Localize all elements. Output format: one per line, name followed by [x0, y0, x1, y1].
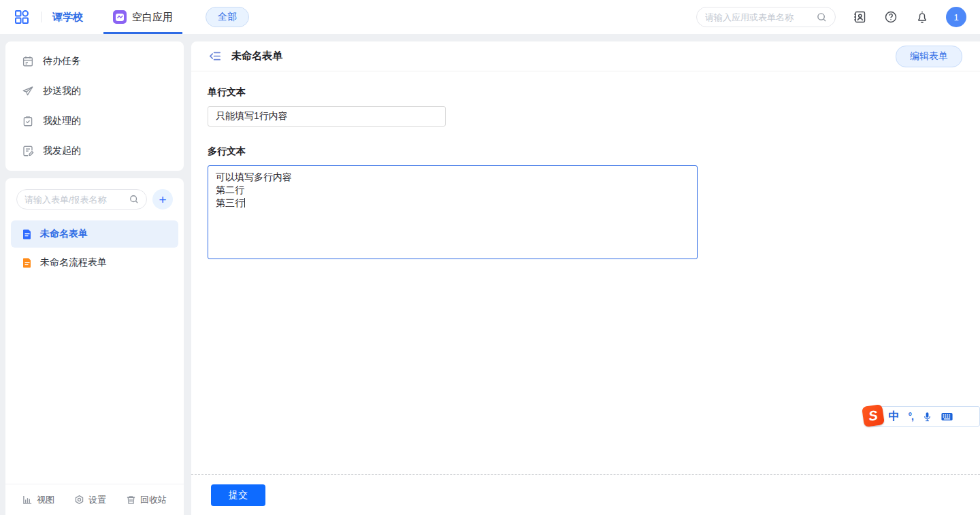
forms-card: + 未命名表单 未命名流程表单	[5, 178, 184, 515]
gear-icon	[74, 495, 84, 505]
flow-form-doc-icon	[22, 257, 33, 268]
topbar: 谭学校 空白应用 全部	[0, 0, 980, 34]
single-line-field-label: 单行文本	[208, 86, 964, 99]
settings-button[interactable]: 设置	[74, 494, 106, 506]
form-search-input[interactable]	[24, 195, 125, 205]
search-icon	[129, 195, 139, 204]
contacts-icon[interactable]	[852, 10, 867, 24]
sidebar-item-label: 待办任务	[43, 55, 81, 67]
form-body: 单行文本 多行文本 可以填写多行内容 第二行 第三行 S 中 °,	[191, 71, 980, 474]
main-header: 未命名表单 编辑表单	[191, 41, 980, 71]
submit-area: 提交	[191, 474, 980, 515]
multi-line-textarea[interactable]: 可以填写多行内容 第二行 第三行	[208, 165, 698, 259]
form-doc-icon	[22, 229, 33, 239]
search-icon	[817, 12, 827, 22]
edit-doc-icon	[22, 145, 34, 157]
clipboard-check-icon	[22, 115, 34, 127]
ime-chinese-mode-toggle[interactable]: 中	[889, 410, 900, 424]
views-button[interactable]: 视图	[22, 494, 54, 506]
send-icon	[22, 85, 34, 97]
sidebar-item-handled-by-me[interactable]: 我处理的	[5, 106, 184, 136]
page-title: 未命名表单	[231, 50, 282, 63]
notifications-bell-icon[interactable]	[915, 10, 930, 24]
multi-line-text-value: 可以填写多行内容 第二行 第三行	[216, 171, 292, 208]
views-label: 视图	[37, 494, 54, 506]
calendar-icon	[22, 55, 34, 67]
submit-button[interactable]: 提交	[211, 484, 265, 506]
sidebar-item-label: 抄送我的	[43, 85, 81, 97]
ime-toolbox-icon[interactable]	[962, 411, 973, 422]
sidebar-item-started-by-me[interactable]: 我发起的	[5, 136, 184, 166]
trash-icon	[126, 495, 136, 505]
sidebar-item-cc-to-me[interactable]: 抄送我的	[5, 76, 184, 106]
active-tab-underline	[103, 32, 182, 34]
filter-all-pill[interactable]: 全部	[206, 7, 249, 27]
ime-microphone-icon[interactable]	[922, 412, 932, 422]
sogou-ime-logo-icon[interactable]: S	[862, 404, 885, 427]
recycle-bin-button[interactable]: 回收站	[126, 494, 167, 506]
multi-line-field-label: 多行文本	[208, 146, 964, 158]
sidebar-item-todo-tasks[interactable]: 待办任务	[5, 46, 184, 76]
form-search[interactable]	[16, 189, 147, 210]
avatar[interactable]: 1	[946, 7, 966, 27]
main-panel: 未命名表单 编辑表单 单行文本 多行文本 可以填写多行内容 第二行 第三行 S …	[191, 41, 980, 515]
task-nav-card: 待办任务 抄送我的 我处理的	[5, 41, 184, 171]
ime-keyboard-icon[interactable]	[941, 412, 953, 421]
form-search-row: +	[5, 189, 184, 210]
ime-punctuation-toggle[interactable]: °,	[909, 411, 914, 422]
ime-toolbar: S 中 °,	[865, 406, 980, 427]
divider	[41, 12, 42, 22]
form-item-untitled-flow-form[interactable]: 未命名流程表单	[11, 249, 178, 276]
edit-form-button[interactable]: 编辑表单	[896, 46, 962, 67]
sidebar: 待办任务 抄送我的 我处理的	[5, 41, 184, 515]
sidebar-item-label: 我处理的	[43, 115, 81, 127]
global-search[interactable]	[696, 7, 836, 27]
topbar-right: 1	[696, 7, 966, 27]
apps-grid-icon[interactable]	[14, 9, 30, 25]
collapse-sidebar-icon[interactable]	[209, 50, 222, 63]
add-form-button[interactable]: +	[152, 189, 173, 210]
form-item-untitled-form[interactable]: 未命名表单	[11, 220, 178, 248]
sidebar-item-label: 我发起的	[43, 145, 81, 157]
form-item-label: 未命名表单	[40, 228, 88, 240]
help-icon[interactable]	[883, 10, 898, 24]
sidebar-footer: 视图 设置 回收站	[5, 484, 184, 515]
workspace-name[interactable]: 谭学校	[52, 11, 83, 24]
single-line-text-input[interactable]	[208, 106, 446, 127]
bar-chart-icon	[22, 495, 33, 505]
tab-blank-app[interactable]: 空白应用	[113, 0, 173, 34]
global-search-input[interactable]	[705, 12, 811, 22]
app-icon	[113, 10, 127, 24]
settings-label: 设置	[88, 494, 106, 506]
form-item-label: 未命名流程表单	[40, 256, 107, 269]
form-list: 未命名表单 未命名流程表单	[5, 220, 184, 276]
app-tab-label: 空白应用	[132, 11, 173, 24]
text-cursor	[244, 198, 245, 207]
recycle-bin-label: 回收站	[140, 494, 167, 506]
